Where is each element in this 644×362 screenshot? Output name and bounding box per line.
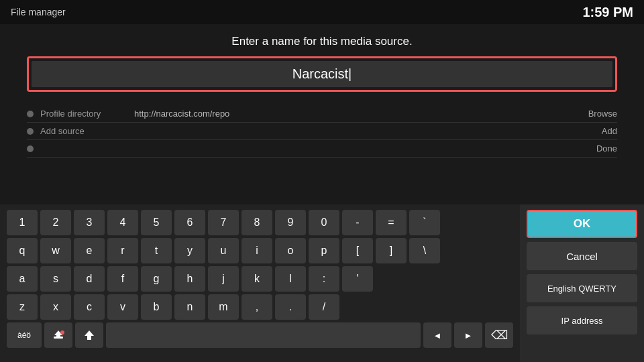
key-backtick[interactable]: ` (409, 210, 440, 235)
keyboard-section: 1 2 3 4 5 6 7 8 9 0 - = ` q w e r t y u … (0, 204, 644, 362)
svg-rect-0 (54, 337, 63, 339)
key-o[interactable]: o (275, 238, 306, 263)
key-y[interactable]: y (174, 238, 205, 263)
key-3[interactable]: 3 (74, 210, 105, 235)
keyboard-main: 1 2 3 4 5 6 7 8 9 0 - = ` q w e r t y u … (0, 204, 520, 362)
key-7[interactable]: 7 (208, 210, 239, 235)
key-c[interactable]: c (74, 294, 105, 320)
app-title: File manager (11, 7, 66, 17)
key-colon[interactable]: : (309, 266, 339, 292)
layout-button[interactable]: English QWERTY (527, 274, 637, 302)
row-label-profile: Profile directory (40, 109, 134, 119)
keyboard-row-bottom: àéö ◄ ► ⌫ (7, 322, 513, 348)
fm-row-done: Done (27, 140, 617, 158)
key-q[interactable]: q (7, 238, 38, 263)
row-action-browse[interactable]: Browse (588, 109, 617, 119)
key-h[interactable]: h (174, 266, 205, 292)
key-g[interactable]: g (141, 266, 172, 292)
input-wrapper (27, 56, 617, 92)
key-backslash[interactable]: \ (409, 238, 440, 263)
key-0[interactable]: 0 (309, 210, 339, 235)
key-p[interactable]: p (309, 238, 339, 263)
key-k[interactable]: k (241, 266, 272, 292)
fm-row-profile: Profile directory http://narcacist.com/r… (27, 105, 617, 123)
key-equals[interactable]: = (376, 210, 407, 235)
key-right-arrow[interactable]: ► (454, 322, 482, 348)
key-period[interactable]: . (275, 294, 306, 320)
key-t[interactable]: t (141, 238, 172, 263)
key-2[interactable]: 2 (40, 210, 71, 235)
key-6[interactable]: 6 (174, 210, 205, 235)
keyboard-row-asdf: a s d f g h j k l : ' (7, 266, 513, 292)
key-comma[interactable]: , (241, 294, 272, 320)
keyboard-row-qwerty: q w e r t y u i o p [ ] \ (7, 238, 513, 263)
svg-point-2 (60, 330, 64, 335)
key-v[interactable]: v (107, 294, 138, 320)
key-e[interactable]: e (74, 238, 105, 263)
key-l[interactable]: l (275, 266, 306, 292)
key-4[interactable]: 4 (107, 210, 138, 235)
key-d[interactable]: d (74, 266, 105, 292)
row-action-done[interactable]: Done (596, 143, 617, 154)
key-rbracket[interactable]: ] (376, 238, 407, 263)
row-action-add[interactable]: Add (602, 126, 617, 136)
cancel-button[interactable]: Cancel (527, 242, 637, 270)
key-accents[interactable]: àéö (7, 322, 42, 348)
row-icon-profile (27, 111, 34, 117)
dialog-area: Enter a name for this media source. (0, 24, 644, 105)
key-slash[interactable]: / (309, 294, 339, 320)
svg-marker-3 (85, 330, 94, 340)
row-icon-add (27, 128, 34, 135)
keyboard-row-zxcv: z x c v b n m , . / (7, 294, 513, 320)
header: File manager 1:59 PM (0, 0, 644, 24)
key-m[interactable]: m (208, 294, 239, 320)
key-minus[interactable]: - (342, 210, 373, 235)
key-z[interactable]: z (7, 294, 38, 320)
key-9[interactable]: 9 (275, 210, 306, 235)
key-8[interactable]: 8 (241, 210, 272, 235)
fm-row-add-source: Add source Add (27, 123, 617, 140)
key-s[interactable]: s (40, 266, 71, 292)
key-b[interactable]: b (141, 294, 172, 320)
key-5[interactable]: 5 (141, 210, 172, 235)
file-manager-rows: Profile directory http://narcacist.com/r… (0, 105, 644, 158)
key-u[interactable]: u (208, 238, 239, 263)
key-1[interactable]: 1 (7, 210, 38, 235)
row-path-profile: http://narcacist.com/repo (134, 109, 582, 119)
key-w[interactable]: w (40, 238, 71, 263)
ok-button[interactable]: OK (527, 210, 637, 238)
keyboard-right-panel: OK Cancel English QWERTY IP address (520, 204, 644, 362)
key-n[interactable]: n (174, 294, 205, 320)
key-r[interactable]: r (107, 238, 138, 263)
key-i[interactable]: i (241, 238, 272, 263)
key-x[interactable]: x (40, 294, 71, 320)
clock: 1:59 PM (582, 5, 633, 20)
key-backspace[interactable]: ⌫ (485, 322, 513, 348)
dialog-prompt: Enter a name for this media source. (27, 35, 617, 48)
row-icon-done (27, 145, 34, 152)
key-left-arrow[interactable]: ◄ (423, 322, 451, 348)
key-lbracket[interactable]: [ (342, 238, 373, 263)
media-source-name-input[interactable] (32, 61, 612, 87)
key-caps-lock[interactable] (44, 322, 72, 348)
key-j[interactable]: j (208, 266, 239, 292)
ip-address-button[interactable]: IP address (527, 306, 637, 335)
key-spacebar[interactable] (106, 322, 421, 348)
key-a[interactable]: a (7, 266, 38, 292)
keyboard-row-numbers: 1 2 3 4 5 6 7 8 9 0 - = ` (7, 210, 513, 235)
key-shift[interactable] (75, 322, 103, 348)
row-label-add: Add source (40, 126, 134, 136)
key-apostrophe[interactable]: ' (342, 266, 373, 292)
key-f[interactable]: f (107, 266, 138, 292)
